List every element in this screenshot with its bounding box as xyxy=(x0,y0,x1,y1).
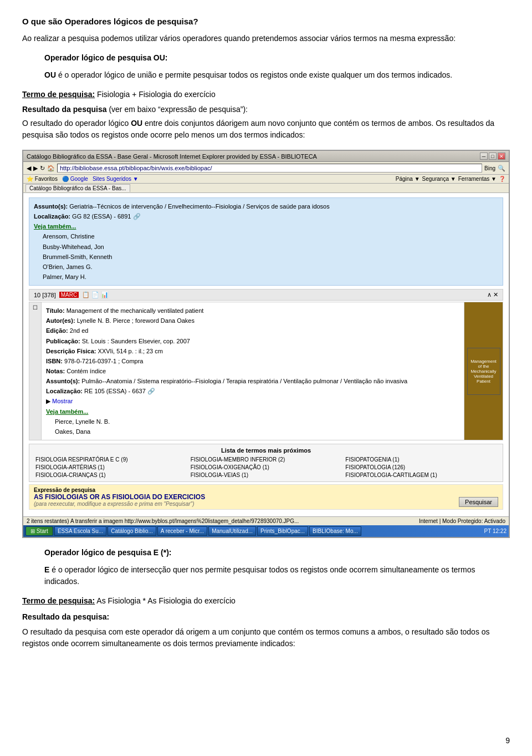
marc-badge: MARC xyxy=(59,292,79,298)
record2-body: ☐ Título: Management of the mechanically… xyxy=(29,302,503,440)
ou-description: OU é o operador lógico de união e permit… xyxy=(44,69,510,81)
page-content: O que são Operadores lógicos de pesquisa… xyxy=(22,17,510,650)
record2-isbn: ISBN: 978-0-7216-0397-1 ; Compra xyxy=(46,356,459,366)
term-3[interactable]: FISIOPATOGENIA (1) xyxy=(344,456,498,463)
author-2: Busby-Whitehead, Jon xyxy=(43,242,498,252)
terms-list: Lista de termos mais próximos FISIOLOGIA… xyxy=(29,444,503,482)
taskbar-item-3[interactable]: A receber - Micr... xyxy=(157,526,207,536)
minimize-button[interactable]: ─ xyxy=(480,153,488,160)
ou-section: Operador lógico de pesquisa OU: OU é o o… xyxy=(44,52,510,81)
term-1[interactable]: FISIOLOGIA RESPIRATÓRIA E C (9) xyxy=(34,456,188,463)
terms-list-title: Lista de termos mais próximos xyxy=(34,447,498,454)
taskbar-item-2[interactable]: Catálogo Biblio... xyxy=(108,526,156,536)
browser-status-bar: 2 itens restantes) A transferir a imagem… xyxy=(23,516,509,525)
status-left: 2 itens restantes) A transferir a imagem… xyxy=(27,518,299,524)
resultado-e-text: O resultado da pesquisa com este operado… xyxy=(22,626,510,650)
term-4[interactable]: FISIOLOGIA-ARTÉRIAS (1) xyxy=(34,464,188,471)
address-input[interactable]: http://bibliobase.essa.pt/bibliopac/bin/… xyxy=(57,164,482,172)
taskbar-item-6[interactable]: BIBLIObase: Mo... xyxy=(309,526,361,536)
e-section: Operador lógico de pesquisa E (*): E é o… xyxy=(44,547,510,587)
google-link[interactable]: 🔵 Google xyxy=(62,176,88,182)
ferramentas-menu[interactable]: Ferramentas ▼ xyxy=(458,176,497,182)
record2-titulo: Título: Management of the mechanically v… xyxy=(46,306,459,316)
home-button[interactable]: 🏠 xyxy=(47,165,55,172)
taskbar-item-4[interactable]: ManualUtilizad... xyxy=(208,526,256,536)
status-right: Internet | Modo Protegido: Activado xyxy=(419,518,505,524)
page-title: O que são Operadores lógicos de pesquisa… xyxy=(22,17,510,26)
record2-localizacao: Localização: RE 105 (ESSA) - 6637 🔗 xyxy=(46,386,459,396)
help-icon[interactable]: ❓ xyxy=(499,176,505,182)
localizacao2-icon: 🔗 xyxy=(147,388,155,394)
resultado-ou-text: O resultado do operador lógico OU entre … xyxy=(22,118,510,141)
term-8[interactable]: FISIOLOGIA-VEIAS (1) xyxy=(189,471,344,479)
browser-title-text: Catálogo Bibliográfico da ESSA - Base Ge… xyxy=(27,153,317,160)
browser-content: Assunto(s): Geriatria--Técnicos de inter… xyxy=(23,193,509,516)
search-expr-hint: (para reexecutar, modifique a expressão … xyxy=(34,501,205,507)
termo-e: Termo de pesquisa: As Fisiologia * As Fi… xyxy=(22,595,510,607)
search-expr-label: Expressão de pesquisa xyxy=(34,487,205,493)
record2-thumbnail: Management of the Mechanically Ventilate… xyxy=(464,302,503,440)
localizacao-icon: 🔗 xyxy=(133,213,141,220)
author2-2: Oakes, Dana xyxy=(55,427,459,437)
record2-num-bar: 10 [378] MARC 📋 📄 📊 ∧ ✕ xyxy=(29,289,503,301)
record1-veja: Veja também... Arensom, Christine Busby-… xyxy=(34,221,498,282)
browser-title-bar: Catálogo Bibliográfico da ESSA - Base Ge… xyxy=(23,151,509,162)
search-expression-box: Expressão de pesquisa AS FISIOLOGIAS OR … xyxy=(29,484,503,510)
author2-1: Pierce, Lynelle N. B. xyxy=(55,417,459,427)
term-5[interactable]: FISIOLOGIA-OXIGENAÇÃO (1) xyxy=(189,464,344,471)
author-4: O'Brien, James G. xyxy=(43,262,498,272)
refresh-button[interactable]: ↻ xyxy=(40,165,45,172)
browser-tab-1[interactable]: Catálogo Bibliográfico da ESSA - Bas... xyxy=(25,184,130,192)
term-7[interactable]: FISIOLOGIA-CRIANÇAS (1) xyxy=(34,471,188,479)
record2-mostrar: ▶ Mostrar xyxy=(46,396,459,406)
taskbar-time: PT 12:22 xyxy=(484,528,507,534)
back-button[interactable]: ◀ xyxy=(27,165,31,172)
term-6[interactable]: FISIOPATOLOGIA (126) xyxy=(344,464,498,471)
browser-window-controls[interactable]: ─ □ ✕ xyxy=(480,153,505,160)
seguranca-menu[interactable]: Segurança ▼ xyxy=(422,176,456,182)
taskbar-item-1[interactable]: ESSA Escola Su... xyxy=(54,526,106,536)
collapse-icon[interactable]: ∧ ✕ xyxy=(487,291,498,298)
intro-paragraph: Ao realizar a pesquisa podemos utilizar … xyxy=(22,33,510,44)
record2-authors2: Pierce, Lynelle N. B. Oakes, Dana xyxy=(55,417,459,437)
record2-main: Título: Management of the mechanically v… xyxy=(42,302,464,440)
browser-window: Catálogo Bibliográfico da ESSA - Base Ge… xyxy=(22,150,510,538)
taskbar-item-5[interactable]: Prints_BiblOpac... xyxy=(257,526,308,536)
close-button[interactable]: ✕ xyxy=(498,153,505,160)
ou-heading: Operador lógico de pesquisa OU: xyxy=(44,52,510,64)
mostrar-link[interactable]: Mostrar xyxy=(52,398,73,404)
browser-address-bar: ◀ ▶ ↻ 🏠 http://bibliobase.essa.pt/biblio… xyxy=(23,162,509,175)
e-description: E é o operador lógico de intersecção que… xyxy=(44,564,510,587)
browser-nav-tabs: Catálogo Bibliográfico da ESSA - Bas... xyxy=(23,184,509,193)
record2-edicao: Edição: 2nd ed xyxy=(46,326,459,336)
record1-localizacao: Localização: GG 82 (ESSA) - 6891 🔗 xyxy=(34,211,498,221)
maximize-button[interactable]: □ xyxy=(489,153,497,160)
favorites-icon[interactable]: ⭐ Favoritos xyxy=(27,176,58,182)
record2-autor: Autor(es): Lynelle N. B. Pierce ; forewo… xyxy=(46,316,459,326)
page-menu[interactable]: Página ▼ xyxy=(396,176,420,182)
forward-button[interactable]: ▶ xyxy=(33,165,38,172)
sites-sugeridos-link[interactable]: Sites Sugeridos ▼ xyxy=(93,176,139,182)
record2-notas: Notas: Contém índice xyxy=(46,366,459,376)
record2-checkbox[interactable]: ☐ xyxy=(33,305,38,311)
termo-ou: Termo de pesquisa: Fisiologia + Fisiolog… xyxy=(22,89,510,100)
resultado-e-heading: Resultado da pesquisa: xyxy=(22,611,510,623)
record2-icons: 📋 📄 📊 xyxy=(82,291,109,298)
author-1: Arensom, Christine xyxy=(43,231,498,241)
record1-authors: Arensom, Christine Busby-Whitehead, Jon … xyxy=(43,231,498,282)
term-9[interactable]: FISIOPATOLOGIA-CARTILAGEM (1) xyxy=(344,471,498,479)
record2-veja: Veja também... Pierce, Lynelle N. B. Oak… xyxy=(46,407,459,437)
search-icon[interactable]: 🔍 xyxy=(498,165,505,172)
term-2[interactable]: FISIOLOGIA-MEMBRO INFERIOR (2) xyxy=(189,456,344,463)
record2-num: 10 [378] xyxy=(34,292,56,298)
search-expr-value[interactable]: AS FISIOLOGIAS OR AS FISIOLOGIA DO EXERC… xyxy=(34,493,205,501)
favorites-toolbar: ⭐ Favoritos 🔵 Google Sites Sugeridos ▼ P… xyxy=(23,175,509,184)
start-icon: ⊞ xyxy=(30,528,35,534)
pesquisar-button[interactable]: Pesquisar xyxy=(459,497,498,507)
record2-publicacao: Publicação: St. Louis : Saunders Elsevie… xyxy=(46,336,459,346)
author-3: Brummell-Smith, Kenneth xyxy=(43,252,498,262)
windows-taskbar: ⊞ Start ESSA Escola Su... Catálogo Bibli… xyxy=(23,525,509,537)
record2-assunto: Assunto(s): Pulmão--Anatomia / Sistema r… xyxy=(46,376,459,386)
taskbar-start[interactable]: ⊞ Start xyxy=(25,526,53,536)
record1-header: Assunto(s): Geriatria--Técnicos de inter… xyxy=(29,197,503,286)
